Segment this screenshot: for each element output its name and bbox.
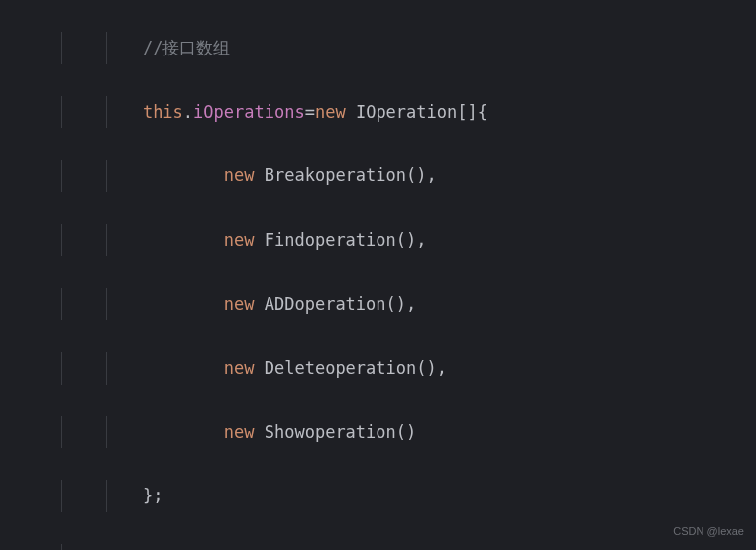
code-line: }	[42, 544, 756, 550]
code-line: new Deleteoperation(),	[42, 352, 756, 384]
code-line: new ADDoperation(),	[42, 288, 756, 320]
field-ref: iOperations	[193, 102, 305, 122]
code-line: new Breakoperation(),	[42, 160, 756, 191]
watermark: CSDN @lexae	[673, 521, 744, 542]
code-editor-content[interactable]: //接口数组 this.iOperations=new IOperation[]…	[42, 0, 756, 550]
code-line: new Findoperation(),	[42, 224, 756, 256]
new-keyword: new	[315, 102, 346, 122]
this-keyword: this	[143, 102, 183, 122]
comment: //接口数组	[143, 38, 230, 57]
code-line: this.iOperations=new IOperation[]{	[42, 96, 756, 128]
code-line: };	[42, 480, 756, 511]
code-line: new Showoperation()	[42, 416, 756, 448]
code-line: //接口数组	[42, 32, 756, 63]
